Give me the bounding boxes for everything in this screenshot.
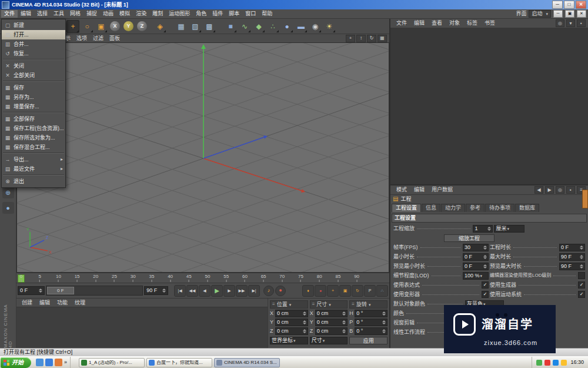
use-generators-checkbox[interactable]: ✓ [578, 281, 585, 289]
lock-icon[interactable]: ▪ [577, 19, 586, 27]
record-position-icon[interactable]: + [327, 285, 339, 297]
menu-item-quit[interactable]: ⊗ 退出 [2, 177, 65, 186]
spinner-icon[interactable] [342, 329, 346, 333]
start-button[interactable]: 开始 [1, 357, 31, 368]
record-parameter-icon[interactable]: P [364, 285, 376, 297]
object-manager-menu-item[interactable]: 编辑 [410, 21, 428, 26]
next-key-button[interactable]: ▶▶ [236, 285, 248, 297]
mdi-minimize-button[interactable]: ─ [553, 10, 563, 18]
scale-project-button[interactable]: 缩放工程 [444, 234, 495, 242]
min-time-field[interactable]: 0 F [463, 253, 489, 261]
menu-snap[interactable]: 捕捉 [83, 10, 100, 18]
position-section-header[interactable]: ≡ 位置 ▾ [270, 300, 308, 309]
record-rotation-icon[interactable]: ↻ [352, 285, 363, 297]
play-sound-button[interactable]: ♪ [263, 286, 274, 296]
floor-icon[interactable]: ▬ [295, 20, 308, 33]
menu-item-close[interactable]: ✕ 关闭 [2, 61, 65, 71]
light-icon[interactable]: ☀ [323, 20, 336, 33]
menu-sculpt[interactable]: 雕刻 [149, 10, 166, 18]
lock-icon[interactable]: ▪ [566, 186, 575, 194]
history-forward-icon[interactable]: ▶ [545, 186, 554, 194]
menu-mograph[interactable]: 运动图形 [166, 10, 193, 18]
y-axis-lock-icon[interactable]: Y [123, 21, 133, 31]
search-icon[interactable]: ◎ [556, 19, 564, 27]
toggle-view-icon[interactable]: ▦ [377, 35, 387, 42]
camera-icon[interactable]: ◉ [309, 20, 322, 33]
record-pla-icon[interactable]: ∴ [376, 285, 388, 297]
record-active-objects-icon[interactable]: ♦ [302, 285, 314, 297]
mdi-close-button[interactable]: ✕ [577, 10, 586, 18]
spinner-icon[interactable] [580, 246, 583, 250]
menu-item-revert[interactable]: ↺ 恢复... [2, 49, 65, 58]
coordinate-system-icon[interactable]: ◈ [153, 20, 166, 33]
spinner-icon[interactable] [382, 311, 386, 316]
pan-view-icon[interactable]: + [346, 35, 355, 42]
material-menu-item[interactable]: 创建 [18, 300, 36, 306]
max-time-field[interactable]: 90 F [559, 253, 585, 261]
viewport-menu-item[interactable]: 过滤 [90, 36, 106, 41]
next-frame-button[interactable]: ▶ [223, 285, 235, 297]
position-field[interactable]: 0 cm [275, 319, 308, 326]
tab-info[interactable]: 信息 [422, 204, 440, 212]
maximize-button[interactable]: □ [564, 1, 574, 9]
goto-end-button[interactable]: ▶| [248, 285, 260, 297]
autokey-icon[interactable]: ● [315, 285, 326, 297]
project-scale-field[interactable]: 1 [473, 225, 493, 233]
cube-primitive-icon[interactable]: ■ [224, 20, 237, 33]
menu-render[interactable]: 渲染 [133, 10, 149, 18]
timeline-slider[interactable]: 0 F [46, 286, 143, 296]
scale-tool-icon[interactable]: ▣ [95, 20, 108, 33]
side-tab-handle[interactable] [582, 190, 588, 208]
play-button[interactable]: ▶ [211, 285, 223, 297]
menu-item-save-selected-as[interactable]: ▦ 保存所选对象为... [2, 133, 65, 142]
tab-project-settings[interactable]: 工程设置 [392, 204, 421, 212]
menu-character[interactable]: 角色 [193, 10, 209, 18]
end-frame-field[interactable]: 90 F [144, 286, 168, 295]
spinner-icon[interactable] [382, 320, 386, 324]
menu-item-recent-files[interactable]: ▤ 最近文件 ▸ [2, 164, 65, 174]
attribute-manager-menu-item[interactable]: 编辑 [410, 187, 428, 193]
menu-item-save-as[interactable]: ▦ 另存为... [2, 92, 65, 102]
menu-item-save-project-with-assets[interactable]: ▦ 保存工程(包含资源)... [2, 124, 65, 133]
tab-dynamics[interactable]: 动力学 [441, 204, 465, 212]
rotation-section-header[interactable]: ≡ 旋转 ▾ [349, 300, 387, 309]
preview-min-field[interactable]: 0 F [463, 263, 489, 270]
minimize-button[interactable]: ─ [552, 1, 563, 9]
prev-frame-button[interactable]: ◀ [199, 285, 211, 297]
spinner-icon[interactable] [342, 311, 346, 316]
spinner-icon[interactable] [162, 289, 166, 293]
size-field[interactable]: 0 cm [315, 327, 348, 335]
rotation-field[interactable]: 0 ° [355, 310, 387, 317]
coordinate-space-select[interactable]: 世界坐标▾ [270, 337, 308, 344]
menu-item-save[interactable]: ▦ 保存 [2, 83, 65, 92]
material-menu-item[interactable]: 纹理 [71, 300, 89, 306]
use-expressions-checkbox[interactable]: ✓ [482, 281, 489, 289]
menu-item-incremental-save[interactable]: ▦ 增量保存... [2, 102, 65, 111]
spinner-icon[interactable] [580, 255, 583, 259]
menu-window[interactable]: 窗口 [242, 10, 259, 18]
menu-plugins[interactable]: 插件 [209, 10, 226, 18]
record-scale-icon[interactable]: ▣ [339, 285, 351, 297]
rotate-view-icon[interactable]: ↻ [367, 35, 376, 42]
move-tool-icon[interactable]: + [66, 20, 79, 33]
menu-simulate[interactable]: 模拟 [116, 10, 133, 18]
size-field[interactable]: 0 cm [315, 310, 348, 317]
tray-icon-red[interactable] [544, 360, 550, 366]
viewport-canvas[interactable]: Y X Z [16, 42, 389, 273]
axis-mode-icon[interactable]: ⊕ [2, 187, 14, 198]
apply-button[interactable]: 应用 [349, 337, 387, 344]
rotate-tool-icon[interactable]: ○ [81, 20, 93, 33]
menu-item-open[interactable]: ▤ 打开... [2, 30, 65, 39]
lod-select[interactable]: 100 %▾ [463, 272, 489, 280]
viewport-menu-item[interactable]: 选项 [74, 36, 90, 41]
menu-select[interactable]: 选择 [34, 10, 51, 18]
menu-mesh[interactable]: 网格 [67, 10, 83, 18]
menu-file[interactable]: 文件 [1, 10, 18, 18]
attribute-manager-menu-item[interactable]: 用户数据 [428, 187, 456, 193]
section-header[interactable]: 工程设置 [392, 214, 587, 223]
menu-item-merge[interactable]: ▥ 合并... [2, 39, 65, 49]
coordinate-mode-select[interactable]: 尺寸▾ [310, 337, 348, 344]
viewport-menu-item[interactable]: 面板 [106, 36, 123, 41]
current-frame-field[interactable]: 0 F [18, 286, 45, 295]
menu-item-save-mixed-project[interactable]: ▦ 保存混合工程... [2, 142, 65, 152]
